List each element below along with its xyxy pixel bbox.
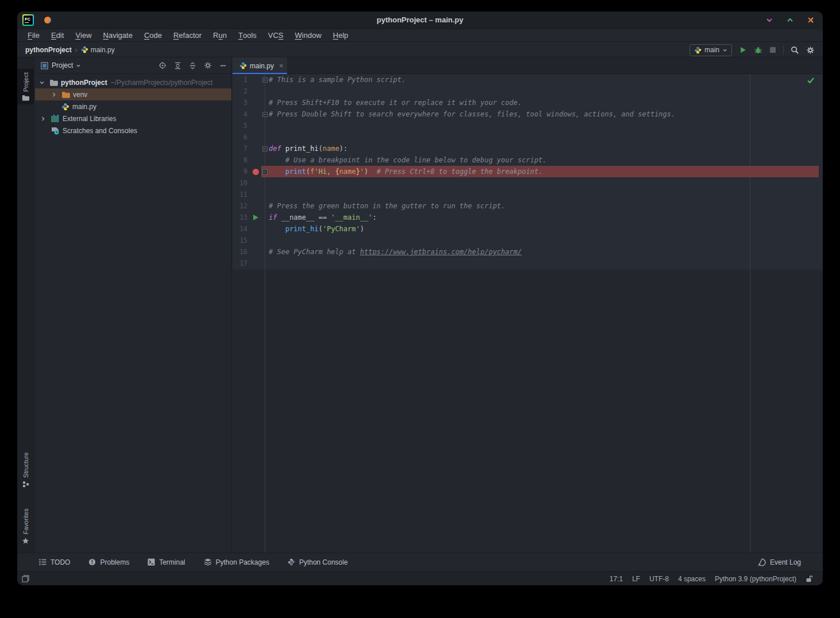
code-line-17[interactable]: 17 — [233, 258, 823, 269]
inspections-ok-icon[interactable] — [807, 76, 815, 84]
search-everywhere-icon[interactable] — [791, 46, 799, 55]
code-line-13[interactable]: 13if __name__ == '__main__': — [233, 212, 823, 223]
toolwindow-event-log[interactable]: Event Log — [758, 558, 801, 566]
stop-button[interactable] — [769, 46, 776, 53]
menu-view[interactable]: View — [69, 29, 97, 41]
locate-file-icon[interactable] — [158, 61, 167, 69]
fold-marker-icon[interactable]: − — [262, 146, 268, 151]
fold-marker-icon[interactable]: − — [262, 169, 268, 174]
fold-marker-icon[interactable]: − — [262, 77, 268, 83]
tree-row-main-py[interactable]: main.py — [35, 100, 231, 112]
python-interpreter[interactable]: Python 3.9 (pythonProject) — [715, 575, 796, 583]
code-line-7[interactable]: 7−def print_hi(name): — [233, 143, 823, 154]
toolwindow-problems[interactable]: Problems — [88, 558, 129, 566]
code-line-4[interactable]: 4−# Press Double Shift to search everywh… — [233, 108, 823, 120]
menu-code[interactable]: Code — [138, 29, 168, 41]
line-number[interactable]: 6 — [233, 131, 247, 143]
debug-button[interactable] — [754, 46, 762, 55]
tree-row-external-libraries[interactable]: External Libraries — [35, 112, 231, 125]
menu-window[interactable]: Window — [289, 29, 327, 41]
menu-navigate[interactable]: Navigate — [98, 29, 138, 41]
code-line-12[interactable]: 12# Press the green button in the gutter… — [233, 200, 823, 212]
code-line-1[interactable]: 1−# This is a sample Python script. — [233, 74, 823, 85]
tab-main-py[interactable]: main.py × — [233, 57, 287, 74]
code-line-8[interactable]: 8 # Use a breakpoint in the code line be… — [233, 154, 823, 166]
stripe-button-project[interactable]: Project — [17, 69, 34, 104]
tree-row-venv[interactable]: venv — [35, 88, 231, 100]
status-bar: 17:1 LF UTF-8 4 spaces Python 3.9 (pytho… — [17, 571, 823, 585]
toolwindow-todo[interactable]: TODO — [39, 558, 70, 566]
toolwindow-python-packages[interactable]: Python Packages — [204, 558, 269, 566]
hide-panel-icon[interactable] — [219, 62, 227, 69]
close-button[interactable] — [807, 16, 815, 24]
tree-row-scratches[interactable]: Scratches and Consoles — [35, 125, 231, 137]
menu-run[interactable]: Run — [207, 29, 233, 41]
line-number[interactable]: 1 — [233, 74, 247, 85]
code-line-6[interactable]: 6 — [233, 131, 823, 143]
breakpoint-icon[interactable] — [253, 169, 259, 175]
line-number[interactable]: 12 — [233, 200, 247, 212]
toolwindow-terminal[interactable]: Terminal — [148, 558, 185, 566]
line-number[interactable]: 7 — [233, 143, 247, 154]
line-number[interactable]: 9 — [233, 166, 247, 177]
line-number[interactable]: 8 — [233, 154, 247, 166]
code-line-2[interactable]: 2 — [233, 85, 823, 97]
project-panel-header: Project — [35, 57, 231, 74]
menu-help[interactable]: Help — [327, 29, 354, 41]
stripe-button-favorites[interactable]: Favorites — [17, 505, 34, 548]
tab-close-icon[interactable]: × — [279, 61, 284, 70]
run-configuration-select[interactable]: main — [690, 44, 732, 56]
code-line-10[interactable]: 10 — [233, 177, 823, 189]
line-number[interactable]: 2 — [233, 85, 247, 97]
menu-edit[interactable]: Edit — [45, 29, 69, 41]
line-number[interactable]: 3 — [233, 97, 247, 108]
menu-tools[interactable]: Tools — [233, 29, 262, 41]
chevron-down-icon[interactable] — [39, 80, 45, 85]
indent-style[interactable]: 4 spaces — [678, 575, 706, 583]
line-number[interactable]: 10 — [233, 177, 247, 189]
breadcrumb-project[interactable]: pythonProject — [25, 46, 72, 54]
expand-all-icon[interactable] — [174, 62, 181, 69]
fold-marker-icon[interactable]: − — [262, 112, 268, 117]
tool-windows-toggle-icon[interactable] — [22, 575, 29, 582]
menu-vcs[interactable]: VCS — [262, 29, 289, 41]
line-number[interactable]: 13 — [233, 212, 247, 223]
run-button[interactable] — [739, 46, 747, 54]
code-line-9[interactable]: 9− print(f'Hi, {name}') # Press Ctrl+8 t… — [233, 166, 823, 177]
chevron-down-icon[interactable] — [76, 63, 81, 68]
code-line-5[interactable]: 5 — [233, 120, 823, 131]
code-region[interactable]: 1−# This is a sample Python script.23# P… — [233, 74, 823, 553]
chevron-right-icon[interactable] — [51, 92, 57, 98]
lock-icon[interactable] — [806, 575, 812, 582]
line-number[interactable]: 15 — [233, 235, 247, 246]
line-number[interactable]: 17 — [233, 258, 247, 269]
panel-settings-gear-icon[interactable] — [204, 61, 212, 69]
code-line-3[interactable]: 3# Press Shift+F10 to execute it or repl… — [233, 97, 823, 108]
toolwindow-python-console[interactable]: Python Console — [288, 558, 348, 566]
code-line-14[interactable]: 14 print_hi('PyCharm') — [233, 223, 823, 235]
file-encoding[interactable]: UTF-8 — [649, 575, 669, 583]
minimize-button[interactable] — [765, 16, 773, 24]
line-number[interactable]: 11 — [233, 189, 247, 200]
line-number[interactable]: 16 — [233, 246, 247, 258]
code-line-11[interactable]: 11 — [233, 189, 823, 200]
tree-row-project-root[interactable]: pythonProject ~/PycharmProjects/pythonPr… — [35, 76, 231, 88]
menu-file[interactable]: File — [22, 29, 45, 41]
code-line-16[interactable]: 16# See PyCharm help at https://www.jetb… — [233, 246, 823, 258]
editor-tab-bar: main.py × — [233, 57, 823, 74]
collapse-all-icon[interactable] — [189, 62, 196, 69]
code-line-15[interactable]: 15 — [233, 235, 823, 246]
line-number[interactable]: 4 — [233, 108, 247, 120]
breadcrumb-file[interactable]: main.py — [81, 46, 115, 54]
run-line-icon[interactable] — [253, 215, 258, 220]
project-panel-title[interactable]: Project — [52, 61, 73, 69]
stripe-button-structure[interactable]: Structure — [17, 449, 34, 491]
line-number[interactable]: 5 — [233, 120, 247, 131]
caret-position[interactable]: 17:1 — [610, 575, 623, 583]
settings-gear-icon[interactable] — [806, 46, 815, 55]
menu-refactor[interactable]: Refactor — [168, 29, 207, 41]
line-separator[interactable]: LF — [632, 575, 640, 583]
chevron-right-icon[interactable] — [40, 116, 46, 122]
maximize-button[interactable] — [786, 16, 794, 24]
line-number[interactable]: 14 — [233, 223, 247, 235]
